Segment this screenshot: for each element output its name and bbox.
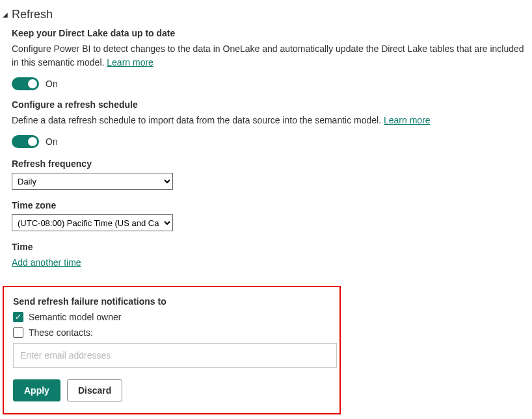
schedule-heading: Configure a refresh schedule — [12, 99, 524, 110]
direct-lake-toggle[interactable] — [12, 77, 39, 90]
frequency-select[interactable]: Daily — [12, 173, 173, 190]
email-addresses-input[interactable] — [13, 343, 337, 368]
time-label: Time — [12, 242, 524, 252]
owner-checkbox-label: Semantic model owner — [29, 312, 121, 322]
direct-lake-learn-more-link[interactable]: Learn more — [107, 57, 153, 68]
notifications-highlight: Send refresh failure notifications to ✓ … — [3, 286, 341, 414]
direct-lake-desc: Configure Power BI to detect changes to … — [12, 42, 524, 70]
contacts-checkbox[interactable] — [13, 327, 23, 338]
chevron-down-icon: ◢ — [3, 11, 10, 18]
contacts-checkbox-label: These contacts: — [29, 327, 93, 338]
frequency-label: Refresh frequency — [12, 159, 524, 169]
add-another-time-link[interactable]: Add another time — [12, 257, 81, 268]
section-title: Refresh — [12, 8, 53, 21]
discard-button[interactable]: Discard — [67, 379, 122, 401]
timezone-select[interactable]: (UTC-08:00) Pacific Time (US and Canada) — [12, 214, 173, 231]
toggle-knob — [28, 79, 37, 88]
direct-lake-toggle-label: On — [46, 79, 58, 89]
refresh-section-header[interactable]: ◢ Refresh — [3, 8, 524, 21]
apply-button[interactable]: Apply — [13, 379, 60, 401]
owner-checkbox[interactable]: ✓ — [13, 312, 23, 322]
schedule-learn-more-link[interactable]: Learn more — [384, 115, 431, 125]
schedule-toggle-label: On — [46, 136, 58, 147]
schedule-toggle[interactable] — [12, 135, 39, 148]
direct-lake-heading: Keep your Direct Lake data up to date — [12, 28, 524, 38]
schedule-desc: Define a data refresh schedule to import… — [12, 114, 524, 127]
notify-heading: Send refresh failure notifications to — [13, 296, 330, 307]
timezone-label: Time zone — [12, 200, 524, 210]
toggle-knob — [28, 137, 37, 146]
